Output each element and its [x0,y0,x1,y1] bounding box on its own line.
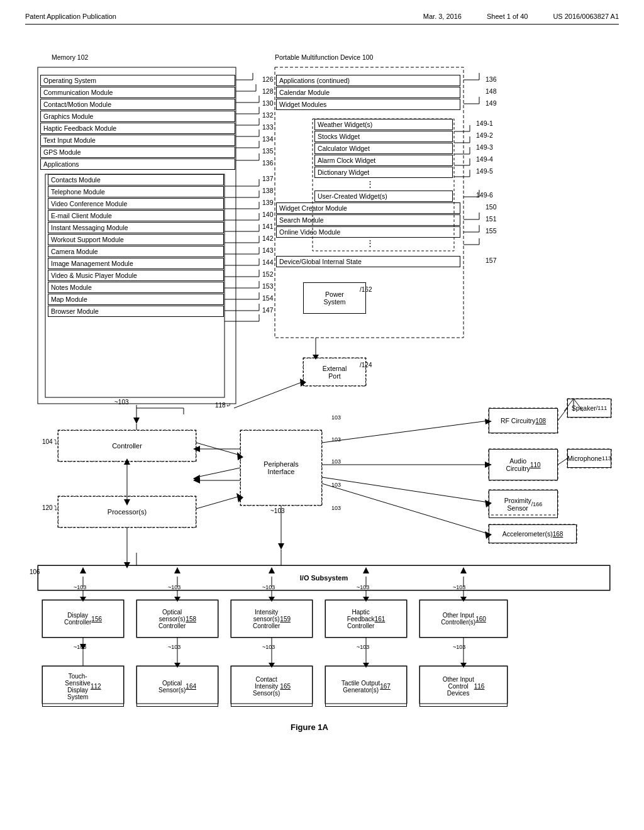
num-135: 135 [262,147,274,155]
other-input-controller-box: Other InputController(s)160 [419,600,508,638]
haptic-controller-box: HapticFeedbackController 161 [325,600,407,638]
header-publication: Patent Application Publication [25,13,116,20]
num-136-mem: 136 [262,159,274,167]
num-162: /162 [360,286,372,293]
dots-device: ⋮ [366,238,376,248]
row-user-widgets: User-Created Widget(s) [314,191,453,202]
page: Patent Application Publication Mar. 3, 2… [0,0,644,830]
row-map: Map Module [48,294,224,305]
ref-103-b1: ~103 [74,644,86,650]
svg-line-77 [196,443,240,455]
intensity-controller-box: Intensitysensor(s)Controller 159 [231,600,313,638]
ref-103-right5: 103 [331,505,341,511]
num-149-2: 149-2 [476,131,493,139]
num-154: 154 [262,294,274,302]
num-128: 128 [262,87,274,95]
row-notes: Notes Module [48,282,224,293]
row-videoconf: Video Conference Module [48,198,224,209]
ref-103-periph: ~103 [270,507,285,514]
other-input-devices-box: Other InputControlDevices 116 [419,666,508,707]
svg-marker-147 [193,477,200,484]
speaker-box: Speaker/111 [567,399,611,418]
num-151: 151 [486,215,497,223]
row-calculator: Calculator Widget [314,143,453,154]
ref-103-right4: 103 [331,482,341,488]
num-150: 150 [486,203,497,211]
ref-103-b4: ~103 [357,644,369,650]
optical-sensors-box: OpticalSensor(s)164 [136,666,218,707]
ref-103-io3: ~103 [262,584,275,590]
header-sheet: Sheet 1 of 40 [487,13,528,20]
row-operating-system: Operating System [40,75,235,86]
row-stocks: Stocks Widget [314,131,453,142]
figure-caption: Figure 1A [215,722,404,732]
row-dictionary: Dictionary Widget [314,167,453,178]
ref-103-io5: ~103 [453,584,465,590]
ref-103-io4: ~103 [357,584,369,590]
rf-circuitry-box: RF Circuitry108 [489,408,558,433]
optical-controller-box: Opticalsensor(s)Controller 158 [136,600,218,638]
num-130: 130 [262,99,274,107]
ref-103-b5: ~103 [453,644,465,650]
svg-line-139 [558,408,567,421]
num-155: 155 [486,227,497,235]
row-telephone: Telephone Module [48,186,224,197]
page-header: Patent Application Publication Mar. 3, 2… [25,13,619,25]
header-patent: US 2016/0063827 A1 [553,13,619,20]
tactile-output-box: Tactile OutputGenerator(s)167 [325,666,407,707]
num-141: 141 [262,223,274,230]
num-143: 143 [262,246,274,254]
row-contacts: Contacts Module [48,174,224,185]
num-153: 153 [262,282,274,290]
svg-line-79 [196,468,240,477]
num-149: 149 [486,99,497,107]
row-graphics: Graphics Module [40,111,235,122]
row-email: E-mail Client Module [48,210,224,221]
num-104: 104 ⤵ [42,438,57,445]
microphone-box: Microphone113 [567,449,611,468]
svg-marker-69 [133,418,140,424]
device-label: Portable Multifunction Device 100 [275,53,373,61]
row-apps: Applications [40,158,235,170]
svg-line-140 [558,458,567,465]
num-142: 142 [262,235,274,242]
num-120: 120 ⤵ [42,504,57,511]
num-149-1: 149-1 [476,119,493,127]
num-132: 132 [262,111,274,119]
num-133: 133 [262,123,274,131]
row-apps-continued: Applications (continued) [276,75,460,86]
ref-103-right3: 103 [331,458,341,465]
row-contact: Contact/Motion Module [40,99,235,110]
display-controller-box: DisplayController 156 [42,600,124,638]
ref-103-right2: 103 [331,436,341,443]
row-weather: Weather Widget(s) [314,119,453,130]
row-search: Search Module [276,214,460,226]
row-imagemgmt: Image Management Module [48,258,224,269]
num-140: 140 [262,211,274,218]
accelerometer-box: Accelerometer(s)168 [489,524,577,543]
num-149-4: 149-4 [476,155,493,163]
audio-circuitry-box: AudioCircuitry110 [489,449,558,480]
num-149-3: 149-3 [476,143,493,151]
contact-intensity-box: ContactIntensitySensor(s) 165 [231,666,313,707]
row-calendar: Calendar Module [276,87,460,98]
num-136-dev: 136 [486,75,497,83]
svg-line-154 [234,382,303,408]
num-147: 147 [262,306,274,314]
ref-103-b2: ~103 [168,644,180,650]
row-im: Instant Messaging Module [48,222,224,233]
num-137: 137 [262,175,274,182]
peripherals-box: PeripheralsInterface [240,430,322,506]
row-video-music: Video & Music Player Module [48,270,224,281]
num-149-5: 149-5 [476,167,493,175]
row-textinput: Text Input Module [40,135,235,146]
num-152: 152 [262,270,274,278]
ref-118: 118⤶ [215,402,231,409]
touch-display-box: Touch-SensitiveDisplaySystem 112 [42,666,124,707]
num-148: 148 [486,87,497,95]
ref-103-io2: ~103 [168,584,180,590]
row-widget-creator: Widget Creator Module [276,202,460,214]
row-comm: Communication Module [40,87,235,98]
dots-widget: ⋮ [366,179,376,189]
num-138: 138 [262,187,274,194]
